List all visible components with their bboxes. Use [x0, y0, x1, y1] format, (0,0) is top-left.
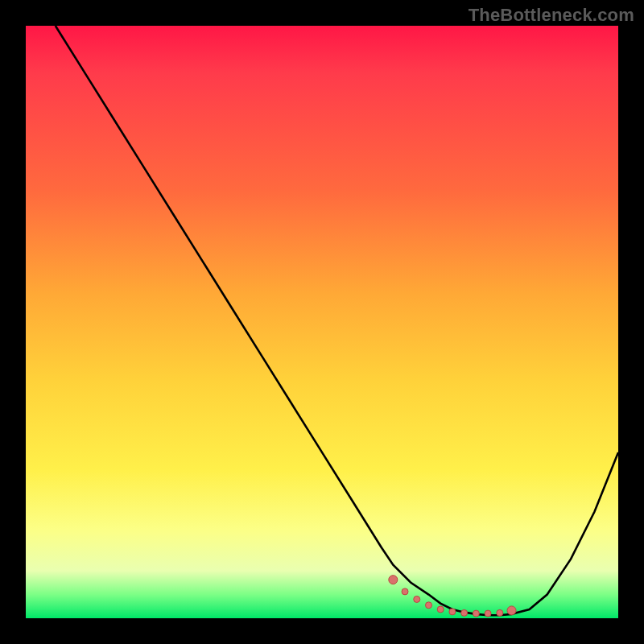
- plot-area: [26, 26, 618, 618]
- curve-marker: [461, 609, 468, 616]
- curve-marker: [473, 610, 479, 617]
- curve-marker: [497, 609, 503, 616]
- curve-marker: [389, 576, 398, 584]
- curve-marker: [507, 606, 516, 615]
- chart-frame: TheBottleneck.com: [0, 0, 644, 644]
- bottleneck-curve: [26, 26, 618, 618]
- curve-marker: [449, 609, 456, 615]
- marker-group: [389, 576, 516, 617]
- curve-marker: [414, 596, 420, 602]
- curve-path: [56, 26, 618, 615]
- curve-marker: [425, 602, 431, 609]
- watermark-text: TheBottleneck.com: [469, 5, 634, 26]
- curve-marker: [402, 588, 408, 595]
- curve-marker: [437, 606, 444, 613]
- curve-marker: [485, 610, 491, 617]
